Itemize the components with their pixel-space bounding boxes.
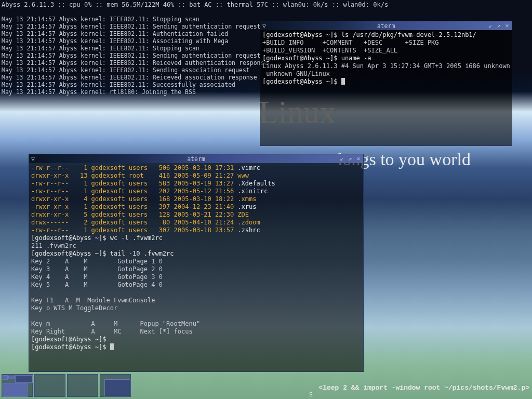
- pager-page-3[interactable]: [67, 374, 98, 397]
- pager-page-2[interactable]: [34, 374, 65, 397]
- terminal-titlebar[interactable]: ▽ aterm ↙ ↗ ✕: [29, 154, 363, 163]
- minimize-icon[interactable]: ↙: [487, 22, 494, 29]
- pager[interactable]: [2, 374, 131, 397]
- window-menu-icon[interactable]: ▽: [31, 155, 35, 163]
- terminal-top[interactable]: ▽ aterm ↙ ↗ ✕ [godexsoft@Abyss ~]$ ls /u…: [260, 21, 512, 146]
- terminal-title: aterm: [187, 155, 205, 163]
- pager-page-4[interactable]: [100, 374, 131, 397]
- terminal-main[interactable]: ▽ aterm ↙ ↗ ✕ -rw-r--r-- 1 godexsoft use…: [29, 154, 364, 372]
- terminal-body[interactable]: [godexsoft@Abyss ~]$ ls /usr/db/pkg/fvwm…: [260, 30, 512, 87]
- maximize-icon[interactable]: ↗: [347, 155, 354, 162]
- close-icon[interactable]: ✕: [355, 155, 362, 162]
- close-icon[interactable]: ✕: [503, 22, 511, 29]
- maximize-icon[interactable]: ↗: [495, 22, 502, 29]
- terminal-title: aterm: [377, 22, 395, 30]
- status-bar: Abyss 2.6.11.3 :: cpu 0% :: mem 56.5M/12…: [2, 1, 388, 8]
- bottom-prompt: $: [309, 391, 313, 398]
- terminal-body[interactable]: -rw-r--r-- 1 godexsoft users 506 2005-03…: [29, 163, 363, 352]
- minimize-icon[interactable]: ↙: [338, 155, 345, 162]
- bottom-command-note: <leep 2 && import -window root ~/pics/sh…: [318, 384, 529, 392]
- terminal-titlebar[interactable]: ▽ aterm ↙ ↗ ✕: [260, 21, 512, 30]
- window-menu-icon[interactable]: ▽: [262, 22, 266, 30]
- pager-page-1[interactable]: [2, 374, 33, 397]
- kernel-log: May 13 21:14:57 Abyss kernel: IEEE802.11…: [2, 16, 268, 96]
